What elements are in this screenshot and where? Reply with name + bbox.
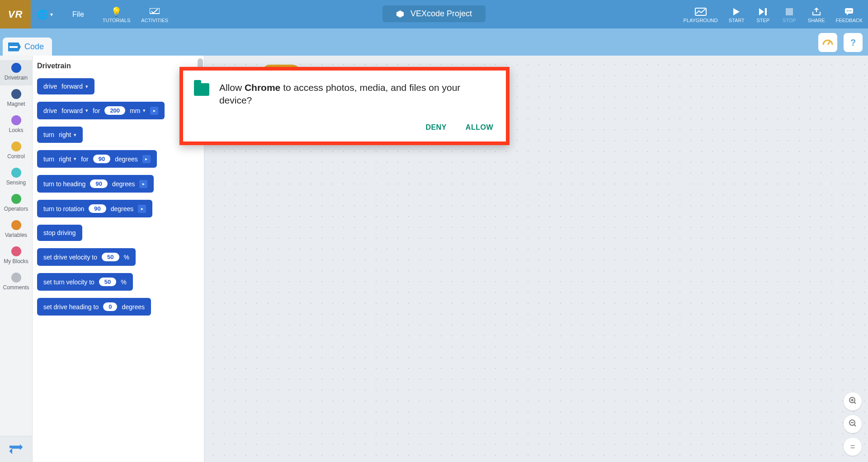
category-control[interactable]: Control (0, 139, 32, 164)
block-text: for (93, 107, 100, 114)
tutorials-button[interactable]: 💡 TUTORIALS (97, 6, 136, 23)
top-toolbar: VR 🌐▾ File 💡 TUTORIALS ACTIVITIES VEXcod… (0, 0, 868, 28)
playground-button[interactable]: PLAYGROUND (678, 0, 723, 28)
activities-button[interactable]: ACTIVITIES (136, 6, 174, 23)
allow-button[interactable]: ALLOW (464, 120, 495, 135)
block-text: set drive heading to (43, 303, 99, 311)
block-stop-driving[interactable]: stop driving (37, 225, 82, 241)
svg-point-11 (850, 10, 852, 11)
switch-mode-button[interactable] (0, 436, 32, 462)
svg-point-9 (847, 10, 848, 11)
block-turn-for[interactable]: turn right for 90 degrees ▸ (37, 150, 157, 168)
code-tab-label: Code (24, 42, 44, 52)
block-turn-to-heading[interactable]: turn to heading 90 degrees ▸ (37, 175, 154, 193)
category-my-blocks[interactable]: My Blocks (0, 244, 32, 269)
zoom-in-button[interactable] (844, 392, 862, 410)
category-operators[interactable]: Operators (0, 191, 32, 217)
zoom-out-button[interactable] (844, 415, 862, 433)
help-icon: ? (850, 38, 856, 48)
value-input[interactable]: 90 (89, 204, 106, 213)
monitor-button[interactable] (818, 33, 837, 52)
share-button[interactable]: SHARE (802, 0, 830, 28)
value-input[interactable]: 200 (104, 106, 125, 115)
playground-icon (695, 6, 707, 18)
share-icon (812, 6, 821, 18)
share-label: SHARE (808, 18, 825, 23)
swap-icon (9, 444, 23, 454)
block-set-turn-velocity[interactable]: set turn velocity to 50 % (37, 273, 133, 291)
expand-icon[interactable]: ▸ (139, 180, 147, 188)
language-menu[interactable]: 🌐▾ (31, 9, 59, 20)
block-text: set turn velocity to (43, 278, 94, 286)
category-variables[interactable]: Variables (0, 217, 32, 243)
dropdown-direction[interactable]: right (59, 131, 76, 138)
code-tab[interactable]: Code (3, 38, 52, 56)
block-turn[interactable]: turn right (37, 127, 83, 143)
block-text: turn (43, 156, 54, 163)
category-comments[interactable]: Comments (0, 270, 32, 295)
cat-label: Sensing (6, 179, 26, 186)
zoom-reset-button[interactable]: = (844, 438, 862, 456)
feedback-icon (844, 6, 854, 18)
start-label: START (729, 18, 745, 23)
block-text: % (121, 278, 126, 286)
expand-icon[interactable]: ▸ (138, 205, 146, 213)
feedback-button[interactable]: FEEDBACK (830, 0, 868, 28)
permission-dialog: Allow Chrome to access photos, media, an… (179, 67, 509, 145)
category-sensing[interactable]: Sensing (0, 165, 32, 190)
start-button[interactable]: START (723, 0, 750, 28)
category-looks[interactable]: Looks (0, 113, 32, 138)
category-rail: Drivetrain Magnet Looks Control Sensing … (0, 56, 33, 462)
svg-line-12 (828, 41, 830, 45)
category-magnet[interactable]: Magnet (0, 86, 32, 112)
svg-line-14 (854, 402, 856, 404)
lightbulb-icon: 💡 (111, 6, 122, 18)
block-text: drive (43, 83, 57, 90)
value-input[interactable]: 0 (103, 302, 117, 311)
dialog-prefix: Allow (219, 82, 245, 93)
dropdown-direction[interactable]: right (59, 156, 76, 163)
playground-label: PLAYGROUND (684, 18, 718, 23)
zoom-controls: = (844, 392, 862, 456)
block-turn-to-rotation[interactable]: turn to rotation 90 degrees ▸ (37, 200, 152, 217)
value-input[interactable]: 50 (99, 278, 116, 286)
block-palette: Drivetrain drive forward drive forward f… (33, 56, 204, 462)
value-input[interactable]: 90 (93, 155, 110, 163)
dropdown-unit[interactable]: mm (130, 107, 146, 114)
dropdown-direction[interactable]: forward (61, 107, 88, 114)
expand-icon[interactable]: ▸ (142, 155, 151, 163)
value-input[interactable]: 90 (90, 179, 107, 188)
dialog-message: Allow Chrome to access photos, media, an… (219, 81, 495, 107)
hexagon-icon (396, 10, 404, 18)
equals-icon: = (850, 442, 855, 452)
block-text: turn to rotation (43, 205, 84, 212)
cat-label: Magnet (7, 101, 25, 107)
help-button[interactable]: ? (844, 33, 863, 52)
cat-label: Variables (5, 232, 27, 238)
dropdown-direction[interactable]: forward (61, 83, 88, 90)
dialog-app: Chrome (245, 82, 280, 93)
svg-rect-6 (786, 8, 793, 15)
expand-icon[interactable]: ▸ (150, 107, 158, 115)
block-drive-forward[interactable]: drive forward (37, 78, 94, 94)
step-button[interactable]: STEP (750, 0, 776, 28)
deny-button[interactable]: DENY (424, 120, 448, 135)
code-flag-icon (8, 42, 21, 52)
value-input[interactable]: 50 (102, 253, 119, 261)
cat-label: Operators (4, 206, 28, 212)
svg-marker-4 (759, 8, 764, 15)
category-drivetrain[interactable]: Drivetrain (0, 60, 32, 85)
minus-icon (849, 419, 857, 429)
chevron-down-icon: ▾ (50, 11, 53, 18)
block-set-drive-velocity[interactable]: set drive velocity to 50 % (37, 248, 136, 266)
cat-label: Looks (9, 127, 23, 133)
stop-button[interactable]: STOP (776, 0, 802, 28)
block-set-drive-heading[interactable]: set drive heading to 0 degrees (37, 298, 151, 316)
project-title[interactable]: VEXcode Project (382, 5, 486, 22)
plus-icon (849, 396, 857, 407)
block-drive-forward-for[interactable]: drive forward for 200 mm ▸ (37, 102, 165, 119)
stop-label: STOP (783, 18, 796, 23)
svg-line-18 (854, 424, 856, 426)
file-menu[interactable]: File (65, 10, 91, 19)
step-label: STEP (756, 18, 769, 23)
